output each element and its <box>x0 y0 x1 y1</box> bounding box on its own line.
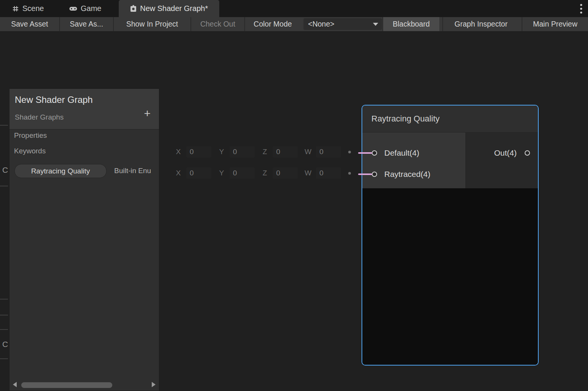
window-menu-button[interactable] <box>580 3 583 16</box>
clipped-node-label: C <box>2 166 8 175</box>
tab-game-label: Game <box>81 4 101 13</box>
input-port-default[interactable] <box>372 150 377 156</box>
collapsed-port-dot <box>348 172 351 175</box>
clipped-node-divider <box>0 358 8 359</box>
keyword-type-label: Built-in Enu <box>114 167 151 175</box>
field-label-w: W <box>302 169 314 177</box>
input-port-raytraced[interactable] <box>372 172 377 177</box>
node-preview-area <box>362 188 538 365</box>
scrollbar-left-arrow[interactable] <box>13 382 17 387</box>
node-port-area: Default(4) Raytraced(4) Out(4) <box>362 132 538 188</box>
field-label-y: Y <box>216 169 227 177</box>
color-mode-dropdown-value: <None> <box>308 20 334 28</box>
collapsed-port-dot <box>348 151 351 153</box>
field-value-y[interactable]: 0 <box>230 146 255 158</box>
scrollbar-right-arrow[interactable] <box>152 382 156 387</box>
editor-tab-bar: Scene Game New Shader Graph* <box>0 0 588 17</box>
chevron-down-icon <box>373 23 378 26</box>
field-label-z: Z <box>259 148 270 156</box>
check-out-button: Check Out <box>191 17 244 31</box>
field-label-y: Y <box>216 148 227 156</box>
color-mode-label: Color Mode <box>246 17 300 31</box>
raytracing-quality-node[interactable]: Raytracing Quality Default(4) Raytraced(… <box>362 105 539 366</box>
blackboard-header[interactable]: New Shader Graph Shader Graphs + <box>9 89 159 129</box>
clipped-node-divider <box>0 315 8 315</box>
field-value-z[interactable]: 0 <box>273 167 298 179</box>
edge-to-raytraced-port[interactable] <box>358 173 372 175</box>
section-properties[interactable]: Properties <box>14 131 47 140</box>
gamepad-icon <box>69 6 77 12</box>
clipped-node-divider <box>0 125 8 126</box>
clipped-node-divider <box>0 186 8 186</box>
blackboard-title: New Shader Graph <box>15 95 93 105</box>
field-label-x: X <box>173 148 184 156</box>
blackboard-subtitle: Shader Graphs <box>15 113 64 121</box>
field-value-w[interactable]: 0 <box>316 146 341 158</box>
save-as-button[interactable]: Save As... <box>60 17 113 31</box>
field-value-w[interactable]: 0 <box>316 167 341 179</box>
clipped-node-label: C <box>2 340 8 349</box>
tab-scene[interactable]: Scene <box>2 0 54 17</box>
color-mode-dropdown[interactable]: <None> <box>303 18 382 30</box>
tab-scene-label: Scene <box>22 4 44 13</box>
toolbar-separator <box>244 17 245 31</box>
blackboard-toggle-button[interactable]: Blackboard <box>383 17 439 31</box>
output-port-label: Out(4) <box>494 148 517 158</box>
field-label-w: W <box>302 148 314 156</box>
tab-shader-graph-label: New Shader Graph* <box>140 4 208 13</box>
output-port-out[interactable] <box>525 150 530 156</box>
field-label-x: X <box>173 169 184 177</box>
field-label-z: Z <box>259 169 270 177</box>
graph-inspector-toggle-button[interactable]: Graph Inspector <box>443 17 519 31</box>
section-keywords[interactable]: Keywords <box>14 147 46 155</box>
main-preview-toggle-button[interactable]: Main Preview <box>522 17 588 31</box>
shader-graph-icon <box>130 5 137 12</box>
node-input-section <box>362 132 466 188</box>
clipped-node-divider <box>0 299 8 300</box>
add-property-button[interactable]: + <box>144 108 151 119</box>
edge-to-default-port[interactable] <box>358 152 372 154</box>
save-asset-button[interactable]: Save Asset <box>0 17 59 31</box>
field-value-x[interactable]: 0 <box>186 167 211 179</box>
field-value-y[interactable]: 0 <box>230 167 255 179</box>
shader-graph-toolbar: Save Asset Save As... Show In Project Ch… <box>0 17 588 31</box>
field-value-z[interactable]: 0 <box>273 146 298 158</box>
tab-game[interactable]: Game <box>59 0 111 17</box>
field-value-x[interactable]: 0 <box>186 146 211 158</box>
blackboard-panel: New Shader Graph Shader Graphs + Propert… <box>9 88 159 391</box>
vector4-input-row: X 0 Y 0 Z 0 W 0 <box>168 167 341 179</box>
kebab-menu-icon <box>580 3 583 14</box>
scrollbar-thumb[interactable] <box>21 382 112 388</box>
tab-new-shader-graph[interactable]: New Shader Graph* <box>119 0 219 17</box>
input-port-raytraced-label: Raytraced(4) <box>384 169 430 179</box>
node-title: Raytracing Quality <box>362 106 538 132</box>
clipped-node-divider <box>0 329 8 330</box>
show-in-project-button[interactable]: Show In Project <box>114 17 190 31</box>
scene-grid-icon <box>12 5 19 12</box>
keyword-raytracing-quality[interactable]: Raytracing Quality <box>14 164 107 178</box>
input-port-default-label: Default(4) <box>384 148 419 158</box>
vector4-input-row: X 0 Y 0 Z 0 W 0 <box>168 146 341 158</box>
